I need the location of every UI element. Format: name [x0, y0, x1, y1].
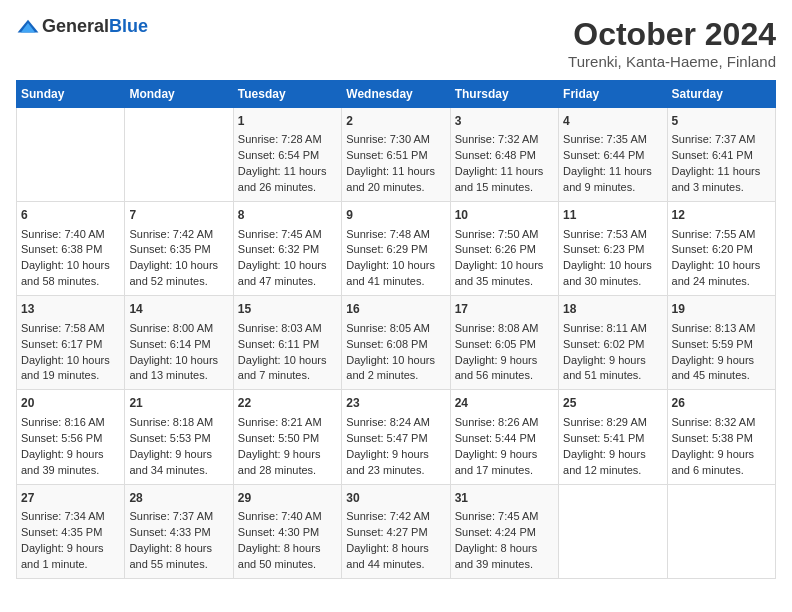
sunset-text: Sunset: 6:11 PM [238, 338, 319, 350]
daylight-text: Daylight: 9 hours and 28 minutes. [238, 448, 321, 476]
page-header: GeneralBlue October 2024 Turenki, Kanta-… [16, 16, 776, 70]
daylight-text: Daylight: 9 hours and 45 minutes. [672, 354, 755, 382]
sunrise-text: Sunrise: 8:32 AM [672, 416, 756, 428]
sunset-text: Sunset: 6:17 PM [21, 338, 102, 350]
sunset-text: Sunset: 6:20 PM [672, 243, 753, 255]
calendar-cell: 15Sunrise: 8:03 AMSunset: 6:11 PMDayligh… [233, 296, 341, 390]
daylight-text: Daylight: 10 hours and 47 minutes. [238, 259, 327, 287]
calendar-cell: 14Sunrise: 8:00 AMSunset: 6:14 PMDayligh… [125, 296, 233, 390]
location-title: Turenki, Kanta-Haeme, Finland [568, 53, 776, 70]
day-number: 5 [672, 113, 771, 130]
sunrise-text: Sunrise: 7:48 AM [346, 228, 430, 240]
daylight-text: Daylight: 10 hours and 2 minutes. [346, 354, 435, 382]
calendar-cell [125, 108, 233, 202]
daylight-text: Daylight: 9 hours and 34 minutes. [129, 448, 212, 476]
sunrise-text: Sunrise: 8:00 AM [129, 322, 213, 334]
sunrise-text: Sunrise: 7:45 AM [238, 228, 322, 240]
calendar-header-row: SundayMondayTuesdayWednesdayThursdayFrid… [17, 81, 776, 108]
sunset-text: Sunset: 5:47 PM [346, 432, 427, 444]
day-number: 1 [238, 113, 337, 130]
calendar-cell: 8Sunrise: 7:45 AMSunset: 6:32 PMDaylight… [233, 202, 341, 296]
calendar-cell: 30Sunrise: 7:42 AMSunset: 4:27 PMDayligh… [342, 484, 450, 578]
sunrise-text: Sunrise: 8:29 AM [563, 416, 647, 428]
day-number: 30 [346, 490, 445, 507]
calendar-cell: 28Sunrise: 7:37 AMSunset: 4:33 PMDayligh… [125, 484, 233, 578]
sunrise-text: Sunrise: 7:58 AM [21, 322, 105, 334]
sunrise-text: Sunrise: 7:37 AM [129, 510, 213, 522]
calendar-cell [667, 484, 775, 578]
calendar-cell: 5Sunrise: 7:37 AMSunset: 6:41 PMDaylight… [667, 108, 775, 202]
sunset-text: Sunset: 4:24 PM [455, 526, 536, 538]
day-number: 17 [455, 301, 554, 318]
calendar-cell: 7Sunrise: 7:42 AMSunset: 6:35 PMDaylight… [125, 202, 233, 296]
sunrise-text: Sunrise: 7:42 AM [346, 510, 430, 522]
daylight-text: Daylight: 9 hours and 6 minutes. [672, 448, 755, 476]
calendar-cell: 3Sunrise: 7:32 AMSunset: 6:48 PMDaylight… [450, 108, 558, 202]
daylight-text: Daylight: 11 hours and 3 minutes. [672, 165, 761, 193]
calendar-cell: 16Sunrise: 8:05 AMSunset: 6:08 PMDayligh… [342, 296, 450, 390]
sunrise-text: Sunrise: 8:08 AM [455, 322, 539, 334]
calendar-cell: 25Sunrise: 8:29 AMSunset: 5:41 PMDayligh… [559, 390, 667, 484]
header-friday: Friday [559, 81, 667, 108]
sunset-text: Sunset: 6:54 PM [238, 149, 319, 161]
daylight-text: Daylight: 10 hours and 41 minutes. [346, 259, 435, 287]
day-number: 20 [21, 395, 120, 412]
daylight-text: Daylight: 9 hours and 39 minutes. [21, 448, 104, 476]
calendar-cell: 24Sunrise: 8:26 AMSunset: 5:44 PMDayligh… [450, 390, 558, 484]
day-number: 9 [346, 207, 445, 224]
day-number: 25 [563, 395, 662, 412]
title-area: October 2024 Turenki, Kanta-Haeme, Finla… [568, 16, 776, 70]
day-number: 23 [346, 395, 445, 412]
daylight-text: Daylight: 10 hours and 35 minutes. [455, 259, 544, 287]
calendar-cell: 26Sunrise: 8:32 AMSunset: 5:38 PMDayligh… [667, 390, 775, 484]
sunrise-text: Sunrise: 7:30 AM [346, 133, 430, 145]
sunset-text: Sunset: 6:35 PM [129, 243, 210, 255]
sunrise-text: Sunrise: 8:11 AM [563, 322, 647, 334]
day-number: 27 [21, 490, 120, 507]
header-sunday: Sunday [17, 81, 125, 108]
calendar-week-row: 13Sunrise: 7:58 AMSunset: 6:17 PMDayligh… [17, 296, 776, 390]
daylight-text: Daylight: 10 hours and 58 minutes. [21, 259, 110, 287]
daylight-text: Daylight: 10 hours and 24 minutes. [672, 259, 761, 287]
day-number: 7 [129, 207, 228, 224]
sunset-text: Sunset: 6:44 PM [563, 149, 644, 161]
daylight-text: Daylight: 8 hours and 39 minutes. [455, 542, 538, 570]
header-wednesday: Wednesday [342, 81, 450, 108]
calendar-cell: 19Sunrise: 8:13 AMSunset: 5:59 PMDayligh… [667, 296, 775, 390]
day-number: 19 [672, 301, 771, 318]
month-title: October 2024 [568, 16, 776, 53]
sunset-text: Sunset: 6:51 PM [346, 149, 427, 161]
sunset-text: Sunset: 6:02 PM [563, 338, 644, 350]
sunset-text: Sunset: 5:53 PM [129, 432, 210, 444]
daylight-text: Daylight: 9 hours and 51 minutes. [563, 354, 646, 382]
sunrise-text: Sunrise: 7:28 AM [238, 133, 322, 145]
header-monday: Monday [125, 81, 233, 108]
calendar-week-row: 6Sunrise: 7:40 AMSunset: 6:38 PMDaylight… [17, 202, 776, 296]
sunset-text: Sunset: 5:41 PM [563, 432, 644, 444]
sunrise-text: Sunrise: 7:34 AM [21, 510, 105, 522]
sunrise-text: Sunrise: 8:03 AM [238, 322, 322, 334]
calendar-cell: 6Sunrise: 7:40 AMSunset: 6:38 PMDaylight… [17, 202, 125, 296]
sunrise-text: Sunrise: 8:18 AM [129, 416, 213, 428]
daylight-text: Daylight: 8 hours and 50 minutes. [238, 542, 321, 570]
calendar-cell: 9Sunrise: 7:48 AMSunset: 6:29 PMDaylight… [342, 202, 450, 296]
day-number: 12 [672, 207, 771, 224]
calendar-table: SundayMondayTuesdayWednesdayThursdayFrid… [16, 80, 776, 579]
calendar-cell: 11Sunrise: 7:53 AMSunset: 6:23 PMDayligh… [559, 202, 667, 296]
sunrise-text: Sunrise: 7:42 AM [129, 228, 213, 240]
sunrise-text: Sunrise: 8:13 AM [672, 322, 756, 334]
calendar-cell: 17Sunrise: 8:08 AMSunset: 6:05 PMDayligh… [450, 296, 558, 390]
daylight-text: Daylight: 9 hours and 23 minutes. [346, 448, 429, 476]
day-number: 16 [346, 301, 445, 318]
logo-general: General [42, 16, 109, 37]
sunset-text: Sunset: 5:50 PM [238, 432, 319, 444]
sunrise-text: Sunrise: 8:16 AM [21, 416, 105, 428]
daylight-text: Daylight: 9 hours and 17 minutes. [455, 448, 538, 476]
sunset-text: Sunset: 6:32 PM [238, 243, 319, 255]
day-number: 3 [455, 113, 554, 130]
day-number: 8 [238, 207, 337, 224]
sunset-text: Sunset: 4:27 PM [346, 526, 427, 538]
calendar-cell: 18Sunrise: 8:11 AMSunset: 6:02 PMDayligh… [559, 296, 667, 390]
day-number: 24 [455, 395, 554, 412]
daylight-text: Daylight: 8 hours and 55 minutes. [129, 542, 212, 570]
